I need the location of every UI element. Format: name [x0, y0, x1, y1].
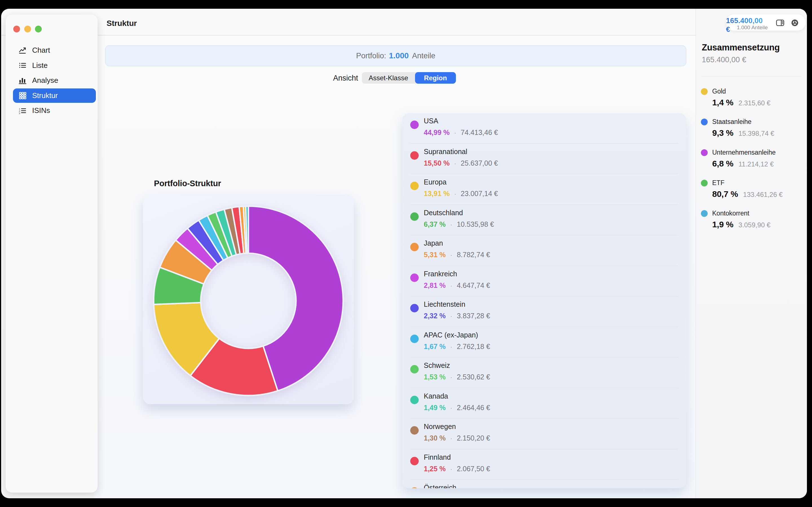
- separator-dot: ·: [450, 313, 452, 320]
- region-percent: 1,53 %: [424, 373, 446, 381]
- region-row-usa: USA44,99 %·74.413,46 €: [402, 117, 686, 143]
- composition-label: ETF: [712, 179, 724, 187]
- banner-prefix: Portfolio:: [356, 52, 386, 60]
- region-amount: 4.647,74 €: [457, 281, 490, 290]
- region-values: 1,53 %·2.530,62 €: [424, 373, 490, 381]
- region-percent: 6,37 %: [424, 220, 446, 228]
- region-values: 1,67 %·2.762,18 €: [424, 342, 490, 351]
- composition-values: 9,3 %15.398,74 €: [712, 128, 774, 138]
- region-percent: 44,99 %: [424, 128, 450, 136]
- settings-button[interactable]: [790, 18, 799, 27]
- region-name: APAC (ex-Japan): [424, 331, 478, 339]
- region-row-apac-ex-japan-: APAC (ex-Japan)1,67 %·2.762,18 €: [402, 331, 686, 357]
- region-percent: 1,30 %: [424, 434, 446, 442]
- region-values: 1,49 %·2.464,46 €: [424, 404, 490, 412]
- sidebar-item-analyse[interactable]: Analyse: [13, 73, 96, 88]
- composition-percent: 1,4 %: [712, 98, 733, 107]
- numbered-list-icon: 123: [18, 107, 27, 115]
- composition-color-dot: [701, 149, 708, 156]
- region-percent: 13,91 %: [424, 189, 450, 198]
- composition-values: 80,7 %133.461,26 €: [712, 189, 783, 199]
- region-percent: 2,81 %: [424, 281, 446, 290]
- sidebar-item-label: Struktur: [32, 91, 58, 100]
- separator-dot: ·: [450, 282, 452, 290]
- separator-dot: ·: [450, 251, 452, 259]
- region-row-divider: [410, 388, 678, 388]
- gear-icon: [790, 18, 799, 27]
- view-switcher-label: Ansicht: [302, 74, 358, 82]
- region-row-divider: [410, 266, 678, 266]
- region-amount: 74.413,46 €: [461, 128, 498, 136]
- region-name: Liechtenstein: [424, 300, 465, 308]
- page-title: Struktur: [107, 19, 137, 28]
- region-amount: 8.782,74 €: [457, 251, 490, 259]
- composition-row-staatsanleihe: Staatsanleihe9,3 %15.398,74 €: [696, 117, 807, 146]
- composition-percent: 6,8 %: [712, 159, 733, 168]
- banner-shares-value: 1.000: [389, 51, 409, 60]
- panel-toggle-button[interactable]: [776, 18, 784, 27]
- portfolio-banner: Portfolio: 1.000 Anteile: [105, 45, 686, 66]
- region-name: Supranational: [424, 148, 467, 156]
- region-row-finnland: Finnland1,25 %·2.067,50 €: [402, 453, 686, 479]
- sidebar-item-liste[interactable]: Liste: [13, 58, 96, 73]
- region-percent: 1,25 %: [424, 465, 446, 473]
- region-amount: 3.837,28 €: [457, 312, 490, 320]
- region-color-dot: [410, 212, 419, 221]
- minimize-button[interactable]: [24, 25, 31, 33]
- segment-region[interactable]: Region: [415, 72, 456, 83]
- region-percent: 1,49 %: [424, 404, 446, 412]
- separator-dot: ·: [450, 404, 452, 412]
- region-row-divider: [410, 480, 678, 480]
- composition-title: Zusammensetzung: [702, 43, 779, 53]
- zoom-button[interactable]: [35, 25, 42, 33]
- region-values: 2,32 %·3.837,28 €: [424, 312, 490, 320]
- separator-dot: ·: [450, 466, 452, 473]
- region-color-dot: [410, 457, 419, 465]
- region-name: Schweiz: [424, 361, 450, 370]
- region-color-dot: [410, 365, 419, 374]
- separator-dot: ·: [454, 129, 456, 136]
- region-values: 6,37 %·10.535,98 €: [424, 220, 494, 228]
- account-value-pill: 165.400,00 € 1.000 Anteile: [726, 14, 806, 31]
- region-values: 15,50 %·25.637,00 €: [424, 159, 498, 167]
- region-row-liechtenstein: Liechtenstein2,32 %·3.837,28 €: [402, 300, 686, 326]
- region-row-divider: [410, 296, 678, 296]
- sidebar-item-chart[interactable]: Chart: [13, 43, 96, 57]
- composition-label: Kontokorrent: [712, 210, 749, 217]
- region-amount: 2.067,50 €: [457, 465, 490, 473]
- region-name: Kanada: [424, 392, 448, 400]
- region-row-norwegen: Norwegen1,30 %·2.150,20 €: [402, 422, 686, 448]
- region-name: Japan: [424, 239, 443, 247]
- region-values: 1,30 %·2.150,20 €: [424, 434, 490, 442]
- chart-heading: Portfolio-Struktur: [154, 179, 221, 188]
- composition-values: 6,8 %11.214,12 €: [712, 159, 774, 168]
- app-window: Struktur Portfolio: 1.000 Anteile Ansich…: [1, 9, 807, 498]
- close-button[interactable]: [13, 25, 20, 33]
- region-color-dot: [410, 487, 419, 488]
- region-row-supranational: Supranational15,50 %·25.637,00 €: [402, 148, 686, 173]
- sidebar-right-icon: [776, 18, 784, 27]
- region-row-deutschland: Deutschland6,37 %·10.535,98 €: [402, 209, 686, 235]
- bar-chart-icon: [18, 76, 27, 85]
- region-name: Frankreich: [424, 270, 457, 278]
- region-values: 5,31 %·8.782,74 €: [424, 251, 490, 259]
- separator-dot: ·: [450, 343, 452, 351]
- separator-dot: ·: [450, 374, 452, 381]
- composition-panel: 165.400,00 € 1.000 Anteile: [696, 9, 807, 498]
- region-row-japan: Japan5,31 %·8.782,74 €: [402, 239, 686, 265]
- region-values: 13,91 %·23.007,14 €: [424, 189, 498, 198]
- banner-suffix: Anteile: [412, 52, 436, 60]
- region-percent: 15,50 %: [424, 159, 450, 167]
- region-color-dot: [410, 121, 419, 129]
- separator-dot: ·: [454, 160, 456, 167]
- region-amount: 10.535,98 €: [457, 220, 494, 228]
- sidebar-item-struktur[interactable]: Struktur: [13, 89, 96, 103]
- region-row-divider: [410, 449, 678, 449]
- sidebar-item-isins[interactable]: 123ISINs: [13, 103, 96, 118]
- region-amount: 23.007,14 €: [461, 189, 498, 198]
- region-row-divider: [410, 418, 678, 418]
- composition-row-kontokorrent: Kontokorrent1,9 %3.059,90 €: [696, 209, 807, 237]
- segment-asset-klasse[interactable]: Asset-Klasse: [362, 72, 415, 83]
- region-color-dot: [410, 396, 419, 404]
- region-name: Deutschland: [424, 209, 463, 217]
